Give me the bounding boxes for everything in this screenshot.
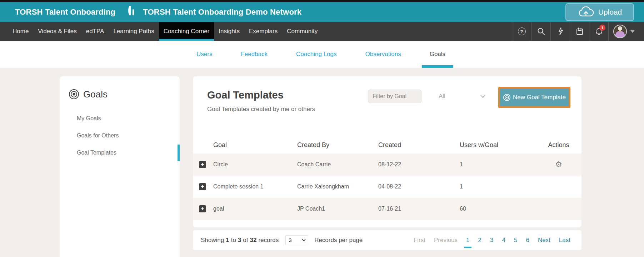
column-header-actions: Actions [542,141,575,149]
goal-templates-panel: Goal Templates Goal Templates created by… [193,76,581,227]
pagination-last[interactable]: Last [556,237,574,244]
calendar-button[interactable] [570,22,589,41]
sidebar-title: Goals [83,89,108,100]
expand-row-button[interactable]: + [199,205,206,212]
pagination-page-1[interactable]: 1 [463,237,473,244]
nav-item-home[interactable]: Home [8,22,33,41]
pagination-page-6[interactable]: 6 [523,237,532,244]
pagination-page-5[interactable]: 5 [511,237,520,244]
cell-created: 07-16-21 [378,206,460,212]
search-button[interactable] [531,22,550,41]
app-title: TORSH Talent Onboarding [15,7,115,17]
plus-icon: + [201,206,204,212]
cell-users-w-goal: 1 [460,183,542,190]
table-footer: Showing 1 to 3 of 32 records 3 Records p… [193,230,581,250]
sidebar-item-label: My Goals [77,115,101,122]
lightning-icon [556,27,564,36]
cell-created-by: Coach Carrie [297,161,378,168]
showing-text: to [231,237,236,244]
column-header-created-by: Created By [297,141,378,149]
column-header-users-w-goal: Users w/Goal [460,141,542,149]
network-logo-icon [128,7,138,17]
upload-button-label: Upload [598,8,622,16]
cell-created-by: JP Coach1 [297,206,378,212]
new-goal-template-button[interactable]: New Goal Template [498,87,570,108]
calendar-icon [575,27,584,36]
cell-users-w-goal: 1 [460,161,542,168]
nav-item-learning-paths[interactable]: Learning Paths [109,22,159,41]
goals-bullseye-icon [68,89,80,100]
nav-item-exemplars[interactable]: Exemplars [244,22,282,41]
pagination-page-3[interactable]: 3 [487,237,496,244]
showing-from: 1 [226,237,229,244]
chevron-down-icon [480,95,485,98]
goal-type-select[interactable]: All [429,90,491,103]
filter-by-goal-input[interactable] [368,90,421,103]
tab-users[interactable]: Users [186,41,223,68]
tab-observations[interactable]: Observations [355,41,412,68]
plus-icon: + [201,183,204,190]
cell-created: 04-08-22 [378,183,460,190]
quick-actions-button[interactable] [550,22,570,41]
notifications-button[interactable]: 1 [589,22,608,41]
gear-icon[interactable]: ⚙ [555,161,562,168]
pagination-page-2[interactable]: 2 [475,237,485,244]
plus-icon: + [201,161,204,168]
profile-menu-button[interactable] [608,22,644,41]
showing-to: 3 [238,237,241,244]
new-goal-bullseye-icon [503,94,511,101]
nav-item-insights[interactable]: Insights [214,22,244,41]
nav-item-community[interactable]: Community [282,22,322,41]
pagination-previous[interactable]: Previous [431,237,461,244]
user-avatar [613,25,627,38]
nav-item-edtpa[interactable]: edTPA [81,22,109,41]
showing-text: Showing [201,237,224,244]
pagination-next[interactable]: Next [535,237,554,244]
network-title: TORSH Talent Onboarding Demo Network [143,7,301,17]
showing-total: 32 [250,237,257,244]
notification-badge: 1 [599,25,605,31]
page-title: Goal Templates [207,89,284,101]
table-row: + Complete session 1 Carrie Xaisongkham … [193,176,581,198]
sidebar-item-my-goals[interactable]: My Goals [60,110,180,127]
table-row: + Circle Coach Carrie 08-12-22 1 ⚙ [193,153,581,176]
table-header-row: Goal Created By Created Users w/Goal Act… [193,136,581,153]
tab-goals[interactable]: Goals [419,41,456,68]
expand-row-button[interactable]: + [199,183,206,190]
pagination-page-4[interactable]: 4 [499,237,508,244]
sidebar-item-label: Goal Templates [77,150,116,156]
cell-created-by: Carrie Xaisongkham [297,183,378,190]
sidebar-item-goals-for-others[interactable]: Goals for Others [60,127,180,144]
tab-coaching-logs[interactable]: Coaching Logs [285,41,347,68]
showing-text: of [243,237,248,244]
coaching-corner-subnav: Users Feedback Coaching Logs Observation… [0,41,644,68]
new-goal-template-label: New Goal Template [513,94,566,101]
caret-down-icon [630,30,635,33]
cell-users-w-goal: 60 [460,206,542,212]
records-per-page-label: Records per page [314,237,363,244]
search-icon [537,27,545,36]
column-header-goal: Goal [213,141,297,149]
cell-goal: goal [213,206,297,212]
goal-templates-table: Goal Created By Created Users w/Goal Act… [193,136,581,220]
main-navigation: Home Videos & Files edTPA Learning Paths… [0,22,644,41]
cell-goal: Circle [213,161,297,168]
page-subtitle: Goal Templates created by me or others [207,106,315,113]
pagination: First Previous 1 2 3 4 5 6 Next Last [410,237,574,244]
showing-text: records [258,237,279,244]
upload-button[interactable]: Upload [565,3,634,21]
help-button[interactable]: ? [512,22,531,41]
records-per-page-select[interactable]: 3 [285,235,308,245]
nav-item-coaching-corner[interactable]: Coaching Corner [159,22,214,41]
cell-goal: Complete session 1 [213,183,297,190]
pagination-first[interactable]: First [410,237,429,244]
app-header: TORSH Talent Onboarding TORSH Talent Onb… [0,2,644,22]
expand-row-button[interactable]: + [199,161,206,168]
sidebar-item-goal-templates[interactable]: Goal Templates [60,144,180,161]
sidebar-item-label: Goals for Others [77,132,119,139]
tab-feedback[interactable]: Feedback [230,41,278,68]
goals-sidebar: Goals My Goals Goals for Others Goal Tem… [60,76,180,257]
help-icon: ? [518,27,526,35]
column-header-created: Created [378,141,460,149]
nav-item-videos-files[interactable]: Videos & Files [33,22,81,41]
